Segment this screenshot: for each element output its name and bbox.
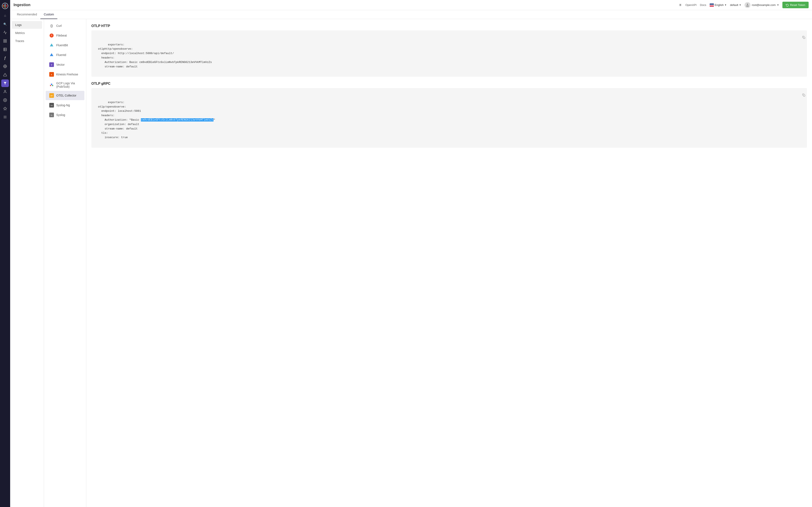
lang-chevron-icon: ▼ [724, 4, 726, 6]
tool-gcp[interactable]: GCP Logs Via (Pub/Sub) [46, 79, 84, 91]
sidebar-item-search[interactable] [1, 20, 9, 28]
inner-layout: Logs Metrics Traces {} Curl f Filebeat F… [10, 19, 812, 507]
otlp-http-copy-button[interactable] [793, 32, 805, 44]
svg-point-34 [51, 83, 52, 85]
tool-filebeat[interactable]: f Filebeat [46, 31, 84, 40]
sidebar-item-home[interactable] [1, 12, 9, 19]
svg-rect-5 [4, 41, 5, 43]
tool-syslogng[interactable]: SN Syslog-Ng [46, 101, 84, 110]
svg-point-12 [4, 66, 6, 67]
sidebar: ƒ [0, 0, 10, 507]
theme-toggle-icon[interactable]: ☀ [678, 3, 682, 7]
tool-vector[interactable]: V Vector [46, 60, 84, 69]
fluentbit-icon [49, 43, 54, 48]
syslog-icon: SL [49, 112, 54, 117]
openapi-button[interactable]: OpenAPI [686, 3, 697, 7]
sidebar-item-plugin[interactable] [1, 105, 9, 112]
otlp-grpc-title: OTLP gRPC [91, 82, 807, 86]
tool-syslog[interactable]: SL Syslog [46, 110, 84, 120]
otlp-http-code-text: exporters: otlphttp/openobserve: endpoin… [95, 43, 212, 68]
svg-rect-44 [803, 95, 805, 96]
sidebar-item-menu[interactable] [1, 113, 9, 121]
tool-otel-label: OTEL Collector [56, 94, 77, 97]
kinesis-icon: K [49, 72, 54, 77]
category-metrics[interactable]: Metrics [12, 29, 42, 37]
tool-gcp-label: GCP Logs Via (Pub/Sub) [56, 81, 81, 88]
svg-text:SL: SL [51, 114, 52, 116]
language-selector[interactable]: English ▼ [710, 3, 727, 7]
svg-rect-7 [4, 48, 7, 51]
svg-marker-28 [50, 53, 53, 56]
filebeat-icon: f [49, 33, 54, 38]
sidebar-item-filter[interactable] [1, 79, 9, 87]
svg-rect-6 [5, 41, 7, 43]
reset-token-label: Reset Token [790, 3, 805, 7]
gcp-icon [49, 82, 54, 88]
curl-icon: {} [49, 23, 54, 28]
otlp-grpc-code-prefix: exporters: otlp/openobserve: endpoint: l… [95, 101, 215, 139]
org-chevron-icon: ▼ [739, 4, 741, 6]
otlp-grpc-code: exporters: otlp/openobserve: endpoint: l… [91, 88, 807, 148]
org-selector[interactable]: default ▼ [730, 3, 741, 7]
main-container: Ingestion ☀ OpenAPI Docs English ▼ defau… [10, 0, 812, 507]
svg-rect-43 [803, 37, 805, 39]
tool-syslog-label: Syslog [56, 113, 65, 117]
otlp-grpc-highlighted-token: cm9vdEBleGFtcGxlLmNvbTpkRENG6213eVVkMTlm… [141, 118, 213, 121]
flag-icon [710, 4, 714, 7]
fluentd-icon [49, 52, 54, 57]
svg-rect-3 [4, 40, 5, 41]
svg-point-20 [5, 100, 6, 101]
category-logs[interactable]: Logs [12, 21, 42, 29]
tool-syslogng-label: Syslog-Ng [56, 104, 70, 107]
sidebar-item-dashboard[interactable] [1, 37, 9, 45]
sidebar-item-settings[interactable] [1, 96, 9, 104]
sidebar-item-user[interactable] [1, 88, 9, 96]
tool-vector-label: Vector [56, 63, 65, 66]
topbar: Ingestion ☀ OpenAPI Docs English ▼ defau… [10, 0, 812, 10]
tool-kinesis[interactable]: K Kinesis Firehose [46, 70, 84, 79]
svg-text:SN: SN [51, 105, 53, 107]
tool-curl[interactable]: {} Curl [46, 21, 84, 31]
sidebar-item-grid[interactable] [1, 62, 9, 70]
sidebar-item-alert[interactable] [1, 71, 9, 78]
vector-icon: V [49, 62, 54, 67]
topbar-right: ☀ OpenAPI Docs English ▼ default ▼ root@… [678, 2, 809, 8]
svg-marker-27 [50, 44, 53, 47]
svg-point-35 [50, 85, 51, 86]
tab-custom[interactable]: Custom [40, 10, 57, 19]
tool-fluentbit[interactable]: FluentBit [46, 41, 84, 50]
tool-otel[interactable]: OT OTEL Collector [46, 91, 84, 100]
svg-point-24 [747, 4, 748, 5]
logo[interactable] [1, 2, 9, 10]
topbar-left: Ingestion [13, 3, 31, 7]
tool-fluentd-label: Fluentd [56, 53, 66, 57]
user-chevron-icon: ▼ [777, 4, 779, 6]
svg-text:V: V [51, 64, 52, 66]
reset-token-button[interactable]: Reset Token [782, 2, 809, 8]
user-email: root@example.com [752, 3, 776, 7]
tabs-bar: Recommended Custom [10, 10, 812, 19]
tab-recommended[interactable]: Recommended [13, 10, 40, 19]
otlp-http-code: exporters: otlphttp/openobserve: endpoin… [91, 31, 807, 77]
user-info[interactable]: root@example.com ▼ [745, 2, 779, 8]
category-traces[interactable]: Traces [12, 37, 42, 45]
otlp-http-title: OTLP HTTP [91, 24, 807, 28]
language-label: English [715, 3, 724, 7]
tool-fluentbit-label: FluentBit [56, 44, 68, 47]
svg-point-36 [52, 85, 53, 86]
tool-fluentd[interactable]: Fluentd [46, 50, 84, 60]
svg-text:OT: OT [51, 95, 53, 97]
tool-filebeat-label: Filebeat [56, 34, 67, 37]
svg-text:K: K [51, 74, 52, 76]
sidebar-item-table[interactable] [1, 46, 9, 53]
content-panel: OTLP HTTP exporters: otlphttp/openobserv… [86, 19, 812, 507]
sidebar-item-func[interactable]: ƒ [1, 54, 9, 62]
otlp-grpc-copy-button[interactable] [793, 90, 805, 101]
sidebar-item-chart[interactable] [1, 29, 9, 36]
categories-panel: Logs Metrics Traces [10, 19, 44, 507]
svg-point-19 [4, 90, 6, 92]
otel-icon: OT [49, 93, 54, 98]
svg-rect-4 [5, 40, 7, 41]
tool-kinesis-label: Kinesis Firehose [56, 73, 78, 76]
docs-button[interactable]: Docs [700, 3, 706, 7]
